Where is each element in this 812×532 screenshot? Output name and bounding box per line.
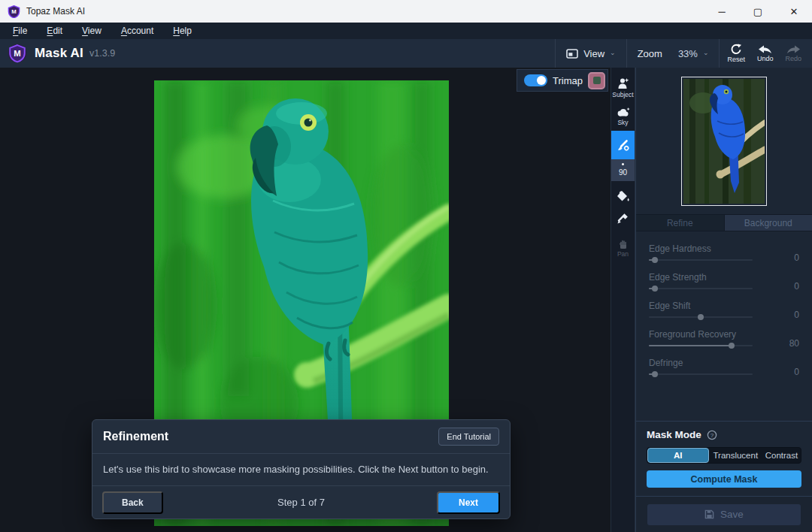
slider-handle[interactable] [698,314,704,320]
view-mode-icon [566,49,578,59]
mode-translucent[interactable]: Translucent [709,448,762,463]
slider-handle[interactable] [652,371,658,377]
eyedropper-tool-button[interactable] [611,207,635,229]
slider-label: Edge Shift [649,301,762,311]
app-version: v1.3.9 [89,48,115,59]
paint-bucket-icon [617,190,630,203]
mask-mode-segmented: AITranslucentContrast [647,447,801,464]
slider-track[interactable] [649,316,753,318]
pan-tool-button[interactable]: Pan [611,234,635,262]
trimap-color-swatch[interactable] [588,72,605,89]
brush-icon [617,138,630,152]
brush-size-value: 90 [619,168,627,177]
trimap-control: Trimap [517,69,608,92]
brush-size-control[interactable]: 90 [611,159,635,181]
tab-background[interactable]: Background [724,215,812,231]
redo-icon [786,45,801,54]
end-tutorial-button[interactable]: End Tutorial [438,428,499,446]
app-name: Mask AI [35,46,83,61]
step-indicator: Step 1 of 7 [277,497,325,508]
menu-file[interactable]: File [3,26,37,36]
maximize-button[interactable]: ▢ [740,0,776,23]
eyedropper-icon [617,212,629,225]
undo-icon [758,45,772,54]
menu-edit[interactable]: Edit [37,26,72,36]
redo-button[interactable]: Redo [779,39,807,68]
reset-icon [730,44,742,55]
slider-value: 0 [780,310,799,320]
mask-mode-title: Mask Mode [647,429,701,440]
refine-sliders: Edge Hardness0Edge Strength0Edge Shift0F… [636,231,812,386]
next-button[interactable]: Next [437,491,500,514]
help-icon[interactable]: ? [707,430,717,440]
sky-icon [616,107,630,117]
slider-track[interactable] [649,288,753,289]
slider-value: 80 [780,338,799,349]
view-label: View [583,48,604,59]
subject-icon [617,77,629,89]
slider-handle[interactable] [652,257,658,263]
svg-text:M: M [11,8,16,15]
menu-help[interactable]: Help [163,26,201,36]
back-button[interactable]: Back [102,491,163,514]
zoom-dropdown[interactable]: Zoom 33% ⌄ [626,39,720,68]
menu-account[interactable]: Account [111,26,163,36]
mask-preview-thumbnail[interactable] [681,77,767,206]
slider-handle[interactable] [652,286,658,292]
pan-hand-icon [618,238,629,249]
slider-edge-hardness[interactable]: Edge Hardness0 [649,243,799,263]
trimap-label: Trimap [553,75,583,86]
chevron-down-icon: ⌄ [610,49,616,56]
tab-refine[interactable]: Refine [636,215,724,231]
titlebar: M Topaz Mask AI ─ ▢ ✕ [0,0,812,23]
slider-label: Edge Strength [649,272,762,283]
slider-handle[interactable] [729,343,735,349]
brush-size-dot [622,163,624,165]
save-label: Save [720,509,744,520]
slider-foreground-recovery[interactable]: Foreground Recovery80 [649,329,799,349]
save-section: Save [636,496,812,532]
save-disk-icon [704,509,714,519]
trimap-toggle[interactable] [524,74,547,86]
save-button[interactable]: Save [647,504,801,525]
window-title: Topaz Mask AI [26,6,85,17]
slider-edge-shift[interactable]: Edge Shift0 [649,301,799,320]
close-button[interactable]: ✕ [776,0,812,23]
compute-mask-button[interactable]: Compute Mask [647,470,801,488]
slider-label: Edge Hardness [649,243,762,254]
mask-mode-section: Mask Mode ? AITranslucentContrast Comput… [636,421,812,496]
tutorial-dialog: Refinement End Tutorial Let's use this b… [92,419,511,519]
mode-contrast[interactable]: Contrast [762,448,801,463]
swatch-inner [593,77,601,84]
right-panel: Refine Background Edge Hardness0Edge Str… [635,68,812,532]
dialog-title: Refinement [103,430,168,443]
tool-strip: Subject Sky [611,68,635,532]
app-icon: M [8,5,20,18]
slider-label: Foreground Recovery [649,329,762,340]
slider-label: Defringe [649,358,762,368]
minimize-button[interactable]: ─ [704,0,740,23]
zoom-label: Zoom [638,48,662,59]
slider-value: 0 [780,367,799,377]
dialog-body-text: Let's use this bird to showcase more mas… [92,454,510,486]
slider-edge-strength[interactable]: Edge Strength0 [649,272,799,292]
undo-button[interactable]: Undo [751,39,780,68]
slider-track[interactable] [649,373,753,375]
mode-ai[interactable]: AI [647,448,709,463]
reset-button[interactable]: Reset [721,39,751,68]
chevron-down-icon: ⌄ [703,49,709,56]
fill-tool-button[interactable] [611,186,635,207]
slider-track[interactable] [649,345,753,346]
slider-defringe[interactable]: Defringe0 [649,358,799,377]
brush-tool-button[interactable] [611,131,635,159]
panel-tabs: Refine Background [636,214,812,231]
menu-view[interactable]: View [72,26,111,36]
slider-track[interactable] [649,259,753,261]
svg-text:M: M [14,49,20,58]
sky-tool-button[interactable]: Sky [611,103,635,131]
slider-value: 0 [780,252,799,263]
subject-tool-button[interactable]: Subject [611,73,635,103]
header: M Mask AI v1.3.9 View ⌄ Zoom 33% ⌄ Reset… [0,39,812,68]
zoom-value: 33% [678,48,698,59]
view-dropdown[interactable]: View ⌄ [555,39,626,68]
